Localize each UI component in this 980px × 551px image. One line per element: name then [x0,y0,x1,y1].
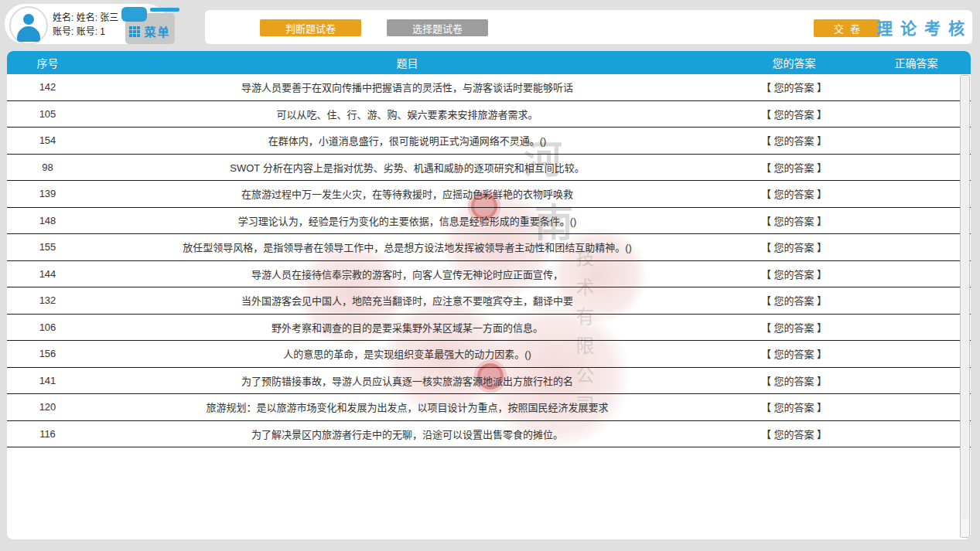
table-row[interactable]: 105可以从吃、住、行、游、购、娱六要素来安排旅游者需求。【 您的答案 】 [7,101,971,128]
row-correct-answer [862,287,971,314]
row-correct-answer [862,128,971,154]
row-your-answer[interactable]: 【 您的答案 】 [726,128,862,154]
table-header: 序号 题目 您的答案 正确答案 [7,51,971,74]
row-index: 120 [7,394,88,420]
row-question: 导游人员要善于在双向传播中把握语言的灵活性，与游客谈话时要能够听话 [88,74,726,100]
user-info-text: 姓名: 姓名: 张三 账号: 账号: 1 [53,11,118,39]
row-question: 导游人员在接待信奉宗教的游客时，向客人宣传无神论时应正面宣传， [88,261,726,287]
user-name-line: 姓名: 姓名: 张三 [53,11,118,25]
row-correct-answer [862,234,971,260]
row-index: 98 [7,155,88,181]
row-question: 为了解决景区内旅游者行走中的无聊，沿途可以设置出售零食的摊位。 [88,421,726,447]
grid-menu-icon [129,26,132,29]
row-correct-answer [862,394,971,420]
menu-label: 菜单 [144,23,170,39]
row-question: 在群体内，小道消息盛行，很可能说明正式沟通网络不灵通。() [88,128,726,154]
row-your-answer[interactable]: 【 您的答案 】 [726,181,862,207]
row-your-answer[interactable]: 【 您的答案 】 [726,368,862,394]
table-row[interactable]: 154在群体内，小道消息盛行，很可能说明正式沟通网络不灵通。()【 您的答案 】 [7,128,971,155]
table-row[interactable]: 155放任型领导风格，是指领导者在领导工作中，总是想方设法地发挥被领导者主动性和… [7,234,971,261]
table-row[interactable]: 144导游人员在接待信奉宗教的游客时，向客人宣传无神论时应正面宣传，【 您的答案… [7,261,971,288]
table-row[interactable]: 156人的意思的革命，是实现组织变革最强大的动力因素。()【 您的答案 】 [7,341,971,368]
row-your-answer[interactable]: 【 您的答案 】 [726,394,862,420]
row-index: 155 [7,234,88,260]
row-index: 144 [7,261,88,287]
row-index: 148 [7,208,88,234]
question-table-panel: 河 南 技术有限公司 序号 题目 您的答案 正确答案 142导游人员要善于在双向… [7,51,971,539]
row-your-answer[interactable]: 【 您的答案 】 [726,208,862,234]
table-row[interactable]: 120旅游规划：是以旅游市场变化和发展为出发点，以项目设计为重点，按照国民经济发… [7,394,971,421]
row-index: 142 [7,74,88,100]
row-your-answer[interactable]: 【 您的答案 】 [726,234,862,260]
row-correct-answer [862,261,971,287]
row-your-answer[interactable]: 【 您的答案 】 [726,421,862,447]
row-correct-answer [862,421,971,447]
row-index: 154 [7,128,88,154]
table-row[interactable]: 98SWOT 分析在内容上是指对优势、劣势、机遇和威胁的逐项研究和相互间比较。【… [7,155,971,182]
row-correct-answer [862,74,971,100]
avatar-person-icon-body [17,26,40,42]
choice-paper-button[interactable]: 选择题试卷 [387,19,488,36]
table-row[interactable]: 148学习理论认为，经验是行为变化的主要依据，信息是经验形成的重要条件。()【 … [7,208,971,235]
row-index: 116 [7,421,88,447]
header-your-answer: 您的答案 [726,51,862,74]
table-row[interactable]: 116为了解决景区内旅游者行走中的无聊，沿途可以设置出售零食的摊位。【 您的答案… [7,421,971,448]
row-your-answer[interactable]: 【 您的答案 】 [726,341,862,367]
table-row[interactable]: 106野外考察和调查的目的是要采集野外某区域某一方面的信息。【 您的答案 】 [7,315,971,342]
exam-page: 姓名: 姓名: 张三 账号: 账号: 1 菜单 判断题试卷 选择题试卷 交卷 理… [0,0,980,551]
row-your-answer[interactable]: 【 您的答案 】 [726,261,862,287]
table-row[interactable]: 139在旅游过程中万一发生火灾，在等待救援时，应摇动色彩鲜艳的衣物呼唤救【 您的… [7,181,971,208]
row-index: 105 [7,101,88,128]
row-correct-answer [862,155,971,181]
avatar-person-icon [23,14,34,25]
row-your-answer[interactable]: 【 您的答案 】 [726,287,862,314]
row-correct-answer [862,208,971,234]
row-index: 156 [7,341,88,367]
row-question: 学习理论认为，经验是行为变化的主要依据，信息是经验形成的重要条件。() [88,208,726,234]
header-index: 序号 [7,51,88,74]
row-your-answer[interactable]: 【 您的答案 】 [726,155,862,181]
row-question: 旅游规划：是以旅游市场变化和发展为出发点，以项目设计为重点，按照国民经济发展要求 [88,394,726,420]
user-account-line: 账号: 账号: 1 [53,25,118,39]
row-question: 人的意思的革命，是实现组织变革最强大的动力因素。() [88,341,726,367]
scrollbar[interactable] [960,75,970,538]
row-index: 106 [7,315,88,341]
row-correct-answer [862,101,971,128]
row-correct-answer [862,341,971,367]
table-row[interactable]: 132当外国游客会见中国人，地陪充当翻译时，应注意不要喧宾夺主，翻译中要【 您的… [7,287,971,315]
row-question: 当外国游客会见中国人，地陪充当翻译时，应注意不要喧宾夺主，翻译中要 [88,287,726,314]
row-question: 在旅游过程中万一发生火灾，在等待救援时，应摇动色彩鲜艳的衣物呼唤救 [88,181,726,207]
row-question: 可以从吃、住、行、游、购、娱六要素来安排旅游者需求。 [88,101,726,128]
scrollbar-thumb[interactable] [961,77,968,519]
row-index: 139 [7,181,88,207]
row-correct-answer [862,368,971,394]
submit-paper-button[interactable]: 交卷 [814,19,880,37]
row-question: 野外考察和调查的目的是要采集野外某区域某一方面的信息。 [88,315,726,341]
row-your-answer[interactable]: 【 您的答案 】 [726,101,862,128]
header-question: 题目 [88,51,726,74]
user-avatar [9,6,48,45]
toolbar: 判断题试卷 选择题试卷 交卷 理论考核 [205,10,972,44]
row-your-answer[interactable]: 【 您的答案 】 [726,74,862,100]
row-question: SWOT 分析在内容上是指对优势、劣势、机遇和威胁的逐项研究和相互间比较。 [88,155,726,181]
menu-tab-shape [121,7,147,22]
row-index: 141 [7,368,88,394]
row-index: 132 [7,287,88,314]
table-row[interactable]: 141为了预防错接事故，导游人员应认真逐一核实旅游客源地派出方旅行社的名【 您的… [7,368,971,395]
row-your-answer[interactable]: 【 您的答案 】 [726,315,862,341]
page-title: 理论考核 [876,10,972,44]
menu-bar-shape [150,8,179,12]
row-correct-answer [862,181,971,207]
header-correct-answer: 正确答案 [862,51,971,74]
row-question: 放任型领导风格，是指领导者在领导工作中，总是想方设法地发挥被领导者主动性和团结互… [88,234,726,260]
judge-paper-button[interactable]: 判断题试卷 [260,19,361,36]
table-body: 142导游人员要善于在双向传播中把握语言的灵活性，与游客谈话时要能够听话【 您的… [7,74,971,447]
table-row[interactable]: 142导游人员要善于在双向传播中把握语言的灵活性，与游客谈话时要能够听话【 您的… [7,74,971,101]
row-question: 为了预防错接事故，导游人员应认真逐一核实旅游客源地派出方旅行社的名 [88,368,726,394]
row-correct-answer [862,315,971,341]
